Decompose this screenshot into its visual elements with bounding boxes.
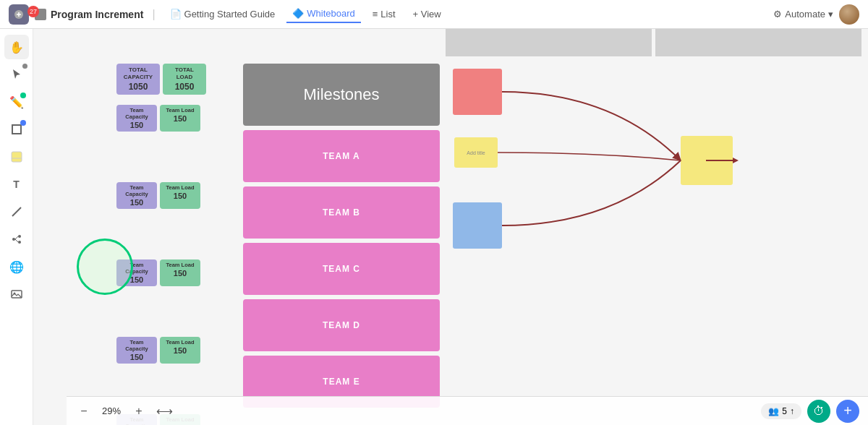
automate-icon: ⚙: [773, 9, 782, 20]
capacity-column: TOTAL CAPACITY 1050 TOTAL LOAD 1050 Team…: [116, 64, 206, 425]
svg-line-4: [12, 207, 21, 216]
team-c-label: TEAM C: [323, 264, 360, 274]
user-avatar[interactable]: [839, 4, 859, 25]
team-d-label: TEAM D: [323, 320, 360, 330]
bottom-right-actions: 👥 5 ↑ ⏱ +: [761, 400, 859, 423]
team-cap-row-a: Team Capacity 150 Team Load 150: [116, 105, 206, 132]
sticky-yellow-small[interactable]: Add title: [454, 137, 498, 168]
text-tool[interactable]: T: [4, 172, 29, 197]
sticky-blue[interactable]: [453, 202, 502, 249]
connect-tool[interactable]: [4, 227, 29, 252]
team-b-block: TEAM B: [243, 186, 440, 239]
total-capacity-label: TOTAL CAPACITY: [121, 66, 156, 80]
sticky-tool[interactable]: [4, 145, 29, 169]
sticky-yellow-right[interactable]: [681, 136, 733, 185]
svg-marker-13: [733, 158, 739, 163]
topbar-right: ⚙ Automate ▾: [773, 4, 859, 25]
zoom-level: 29%: [98, 405, 124, 416]
total-capacity-box: TOTAL CAPACITY 1050: [116, 64, 160, 95]
team-cap-row-d: Team Capacity 150 Team Load 150: [116, 337, 206, 364]
select-tool[interactable]: [4, 62, 29, 87]
milestones-title: Milestones: [303, 85, 379, 104]
svg-line-8: [15, 236, 18, 239]
team-a-label: TEAM A: [323, 151, 360, 161]
app-menu[interactable]: 27: [9, 4, 29, 25]
svg-line-9: [15, 239, 18, 242]
collaborators-button[interactable]: 👥 5 ↑: [761, 403, 801, 419]
chevron-up-icon: ↑: [790, 406, 794, 416]
team-c-block: TEAM C: [243, 243, 440, 295]
sidebar-tools: ✋ ✏️ T 🌐: [0, 29, 33, 425]
sticky-yellow-small-text: Add title: [465, 149, 486, 157]
nav-getting-started[interactable]: 📄 Getting Started Guide: [164, 6, 281, 22]
image-tool[interactable]: [4, 282, 29, 306]
svg-point-5: [12, 238, 15, 241]
gray-band-1: [446, 29, 652, 56]
notification-badge: 27: [27, 6, 39, 17]
zoom-out-button[interactable]: −: [75, 403, 93, 420]
whiteboard-icon: 🔷: [292, 8, 304, 19]
total-load-label: TOTAL LOAD: [167, 66, 202, 80]
bottom-bar: − 29% + ⟷ 👥 5 ↑ ⏱ +: [67, 396, 868, 425]
team-d-load-box: Team Load 150: [160, 337, 200, 364]
automate-button[interactable]: ⚙ Automate ▾: [773, 9, 833, 20]
rectangle-tool[interactable]: [4, 117, 29, 142]
team-b-label: TEAM B: [323, 207, 360, 218]
team-e-label: TEAM E: [323, 377, 359, 387]
canvas-area[interactable]: TOTAL CAPACITY 1050 TOTAL LOAD 1050 Team…: [33, 29, 868, 425]
zoom-in-button[interactable]: +: [130, 403, 148, 420]
nav-whiteboard[interactable]: 🔷 Whiteboard: [286, 5, 360, 23]
milestones-block: Milestones: [243, 64, 440, 126]
total-load-value: 1050: [167, 82, 202, 92]
view-button[interactable]: + View: [407, 6, 447, 22]
team-d-capacity-box: Team Capacity 150: [116, 337, 157, 364]
pen-tool[interactable]: ✏️: [4, 90, 29, 114]
people-icon: 👥: [768, 406, 779, 416]
team-a-block: TEAM A: [243, 130, 440, 182]
pen-dot: [20, 93, 26, 98]
team-b-load-box: Team Load 150: [160, 182, 200, 209]
sticky-pink[interactable]: [453, 69, 502, 115]
team-a-load-box: Team Load 150: [160, 105, 200, 132]
svg-rect-2: [12, 152, 22, 162]
green-circle: [77, 239, 133, 295]
app-icon: [9, 4, 29, 25]
timer-button[interactable]: ⏱: [807, 400, 830, 423]
svg-rect-1: [12, 125, 21, 134]
doc-icon: 📄: [170, 9, 182, 20]
topbar: 27 Program Increment | 📄 Getting Started…: [0, 0, 868, 29]
add-button[interactable]: +: [836, 400, 859, 423]
hand-tool[interactable]: ✋: [4, 35, 29, 59]
nav-list[interactable]: ≡ List: [367, 6, 401, 22]
total-capacity-value: 1050: [121, 82, 156, 92]
gray-band-2: [655, 29, 861, 56]
team-c-load-box: Team Load 150: [160, 259, 200, 286]
globe-tool[interactable]: 🌐: [4, 254, 29, 279]
topbar-left: 27 Program Increment | 📄 Getting Started…: [9, 4, 767, 25]
rect-dot: [20, 120, 26, 126]
main-area: ✋ ✏️ T 🌐: [0, 29, 868, 425]
list-icon: ≡: [373, 9, 378, 20]
team-cap-row-b: Team Capacity 150 Team Load 150: [116, 182, 206, 209]
total-capacity-row: TOTAL CAPACITY 1050 TOTAL LOAD 1050: [116, 64, 206, 95]
chevron-down-icon: ▾: [828, 9, 833, 20]
total-load-box: TOTAL LOAD 1050: [163, 64, 206, 95]
team-a-capacity-box: Team Capacity 150: [116, 105, 157, 132]
line-tool[interactable]: [4, 199, 29, 224]
team-b-capacity-box: Team Capacity 150: [116, 182, 157, 209]
team-d-block: TEAM D: [243, 299, 440, 351]
svg-point-7: [18, 241, 21, 244]
svg-point-6: [18, 235, 21, 238]
page-title: Program Increment: [35, 9, 143, 20]
collaborator-count: 5: [782, 406, 787, 416]
fit-button[interactable]: ⟷: [156, 404, 173, 418]
